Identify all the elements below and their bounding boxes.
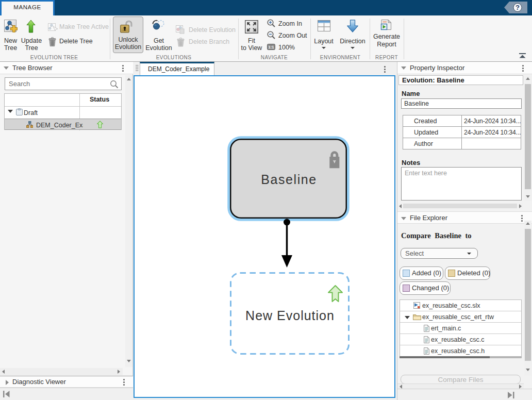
svg-text:?: ? [516,4,520,11]
svg-text:Baseline: Baseline [261,172,317,187]
svg-text:1:1: 1:1 [269,45,274,49]
svg-text:New Evolution: New Evolution [245,308,335,323]
